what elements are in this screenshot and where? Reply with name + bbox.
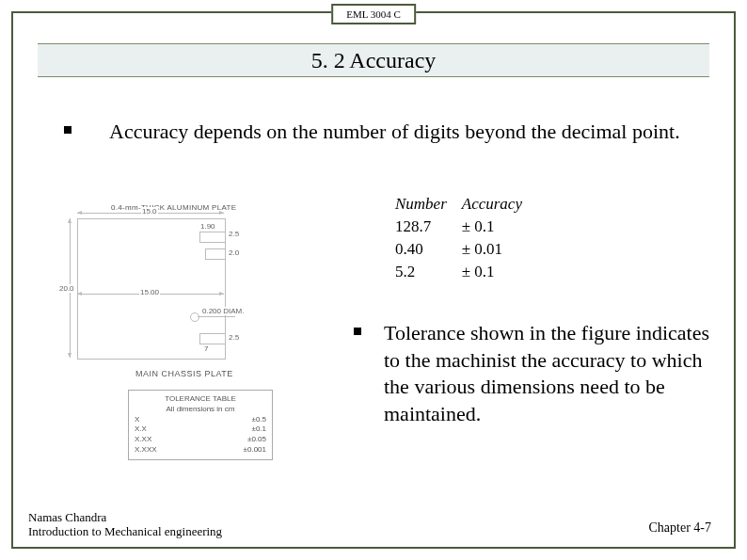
table-row: 5.2 ± 0.1 (395, 262, 535, 282)
tol-pattern: X.XX (135, 435, 151, 445)
tol-pattern: X.XXX (135, 445, 157, 456)
slide-title: 5. 2 Accuracy (38, 43, 709, 77)
tolerance-table: TOLERANCE TABLE All dimensions in cm X ±… (128, 390, 273, 460)
tolerance-header-2: All dimensions in cm (135, 405, 266, 415)
tolerance-row: X.X ±0.1 (135, 424, 266, 435)
tol-value: ±0.5 (251, 415, 266, 425)
footer-right: Chapter 4-7 (649, 520, 711, 536)
cell-accuracy: ± 0.01 (462, 239, 535, 260)
tol-value: ±0.1 (251, 424, 266, 435)
col-header-number: Number (395, 194, 460, 215)
tol-value: ±0.05 (247, 435, 266, 445)
dim-label: 7 (203, 344, 209, 353)
figure-top-note: 0.4-mm-THICK ALUMINUM PLATE (111, 203, 236, 212)
bullet-item-2: Tolerance shown in the figure indicates … (354, 320, 730, 427)
dim-label: 2.0 (228, 248, 240, 257)
dim-label: 2.5 (228, 333, 240, 342)
bullet-icon (64, 126, 72, 134)
tol-value: ±0.001 (244, 445, 266, 456)
tol-pattern: X (135, 415, 139, 425)
dim-label: 0.200 DIAM. (201, 307, 245, 315)
author-name: Namas Chandra (28, 510, 222, 525)
course-tag: EML 3004 C (331, 4, 416, 24)
bullet-icon (354, 328, 361, 335)
dim-label: 1.90 (199, 222, 216, 231)
tolerance-header-1: TOLERANCE TABLE (135, 394, 266, 405)
table-row: 0.40 ± 0.01 (395, 239, 535, 260)
table-row: 128.7 ± 0.1 (395, 216, 535, 237)
tolerance-row: X ±0.5 (135, 415, 266, 425)
footer-left: Namas Chandra Introduction to Mechanical… (28, 510, 222, 539)
cell-accuracy: ± 0.1 (462, 262, 535, 282)
hole-icon (190, 312, 199, 322)
engineering-drawing: 0.4-mm-THICK ALUMINUM PLATE 15.0 20.0 1.… (58, 203, 331, 476)
cell-number: 5.2 (395, 262, 460, 282)
tolerance-row: X.XXX ±0.001 (135, 445, 266, 456)
bullet-item-1: Accuracy depends on the number of digits… (64, 119, 704, 146)
dim-label: 2.5 (228, 230, 240, 238)
book-subtitle: Introduction to Mechanical engineering (28, 524, 222, 539)
dim-label: 20.0 (58, 284, 75, 293)
cell-accuracy: ± 0.1 (462, 216, 535, 237)
cell-number: 0.40 (395, 239, 460, 260)
tolerance-row: X.XX ±0.05 (135, 435, 266, 445)
cell-number: 128.7 (395, 216, 460, 237)
dim-label: 15.00 (139, 288, 160, 296)
bullet-text-1: Accuracy depends on the number of digits… (109, 119, 704, 146)
col-header-accuracy: Accuracy (462, 194, 535, 215)
accuracy-table: Number Accuracy 128.7 ± 0.1 0.40 ± 0.01 … (393, 192, 537, 284)
slide: EML 3004 C 5. 2 Accuracy Accuracy depend… (0, 0, 747, 560)
bullet-text-2: Tolerance shown in the figure indicates … (384, 320, 713, 427)
figure-title: MAIN CHASSIS PLATE (135, 369, 233, 378)
tol-pattern: X.X (135, 424, 147, 435)
dim-label: 15.0 (141, 207, 158, 216)
